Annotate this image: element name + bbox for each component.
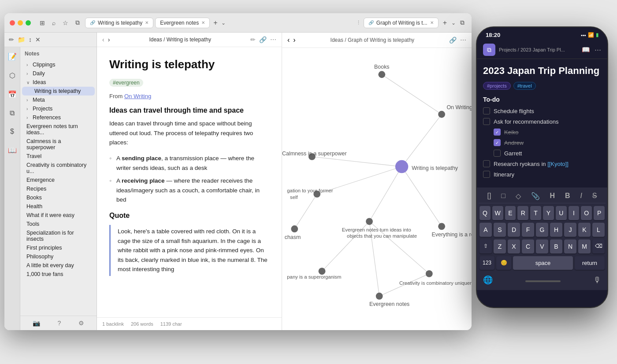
phone-globe-icon[interactable]: 🌐 <box>483 275 493 285</box>
key-A[interactable]: A <box>479 223 492 237</box>
checkbox-andrew[interactable]: ✓ <box>494 139 501 146</box>
kb-attach-icon[interactable]: 📎 <box>531 192 540 200</box>
phone-more-icon[interactable]: ⋯ <box>595 46 601 54</box>
sidebar-item-first-principles[interactable]: First principles <box>22 243 95 252</box>
sidebar-item-philosophy[interactable]: Philosophy <box>22 252 95 261</box>
tab-graph[interactable]: 🔗 Graph of Writing is t... ✕ <box>364 18 439 28</box>
key-C[interactable]: C <box>522 239 534 254</box>
add-tab-button[interactable]: + <box>212 19 219 27</box>
stack-icon[interactable]: ⧉ <box>8 107 16 119</box>
close-sidebar-icon[interactable]: ✕ <box>35 36 41 43</box>
notes-icon[interactable]: 📝 <box>6 51 19 63</box>
key-W[interactable]: W <box>492 206 503 220</box>
tag-badge[interactable]: #evergreen <box>109 79 143 87</box>
key-backspace[interactable]: ⌫ <box>592 239 605 254</box>
link-toolbar-icon[interactable]: 🔗 <box>259 36 267 43</box>
sidebar-item-ideas[interactable]: ∨ Ideas <box>22 78 95 87</box>
phone-tag-travel[interactable]: #travel <box>513 82 536 90</box>
key-shift[interactable]: ⇧ <box>479 239 492 254</box>
sidebar-item-creativity[interactable]: Creativity is combinatory u... <box>22 161 95 176</box>
key-return[interactable]: return <box>575 256 605 270</box>
split-view-icon[interactable]: ⧉ <box>458 18 466 27</box>
sidebar-item-calmness[interactable]: Calmness is a superpower <box>22 137 95 152</box>
phone-book-icon[interactable]: 📖 <box>582 46 590 54</box>
forward-button[interactable]: › <box>108 36 110 43</box>
key-Q[interactable]: Q <box>479 206 491 220</box>
key-T[interactable]: T <box>530 206 541 220</box>
checkbox-garrett[interactable] <box>494 150 501 157</box>
on-writing-link[interactable]: On Writing <box>124 93 151 99</box>
key-Y[interactable]: Y <box>543 206 554 220</box>
sidebar-item-writing-is-telepathy[interactable]: Writing is telepathy <box>22 87 95 96</box>
key-123[interactable]: 123 <box>479 256 494 270</box>
key-G[interactable]: G <box>536 223 548 237</box>
maximize-button[interactable] <box>26 20 31 26</box>
book-icon[interactable]: 📖 <box>6 144 19 156</box>
kb-strike-icon[interactable]: S <box>592 192 597 200</box>
key-M[interactable]: M <box>578 239 591 254</box>
checkbox-flights[interactable] <box>483 107 490 114</box>
folder-icon[interactable]: 📁 <box>18 36 25 43</box>
sidebar-item-what-if[interactable]: What if it were easy <box>22 211 95 220</box>
key-E[interactable]: E <box>505 206 516 220</box>
tab-close-icon[interactable]: ✕ <box>145 20 149 25</box>
kyoto-link[interactable]: [[Kyoto]] <box>547 161 569 167</box>
graph-tab-chevron-icon[interactable]: ⌄ <box>451 20 456 26</box>
kb-bracket-icon[interactable]: [] <box>487 192 491 200</box>
sidebar-item-references[interactable]: › References <box>22 113 95 122</box>
graph-more-toolbar-icon[interactable]: ⋯ <box>460 37 466 44</box>
kb-italic-icon[interactable]: I <box>580 192 582 200</box>
edit-icon[interactable]: ✏ <box>9 36 14 43</box>
calendar-icon[interactable]: 📅 <box>6 88 19 100</box>
graph-link-toolbar-icon[interactable]: 🔗 <box>449 37 457 44</box>
checkbox-recommendations[interactable] <box>483 118 490 125</box>
sidebar-item-tools[interactable]: Tools <box>22 220 95 228</box>
key-N[interactable]: N <box>564 239 576 254</box>
sidebar-item-health[interactable]: Health <box>22 202 95 211</box>
graph-icon[interactable]: ⬡ <box>7 70 17 81</box>
key-K[interactable]: K <box>578 223 591 237</box>
minimize-button[interactable] <box>18 20 23 26</box>
key-O[interactable]: O <box>581 206 592 220</box>
key-emoji[interactable]: 😊 <box>496 256 511 270</box>
key-I[interactable]: I <box>569 206 580 220</box>
sidebar-item-recipes[interactable]: Recipes <box>22 184 95 193</box>
layout-icon[interactable]: ⧉ <box>74 18 82 27</box>
key-S[interactable]: S <box>494 223 506 237</box>
checkbox-itinerary[interactable] <box>483 171 490 178</box>
sidebar-item-emergence[interactable]: Emergence <box>22 176 95 184</box>
help-icon[interactable]: ? <box>58 320 61 327</box>
checkbox-keiko[interactable]: ✓ <box>494 129 501 136</box>
key-J[interactable]: J <box>564 223 576 237</box>
sidebar-item-evergreen-turn[interactable]: Evergreen notes turn ideas... <box>22 122 95 137</box>
graph-tab-close-icon[interactable]: ✕ <box>430 20 434 25</box>
tab-writing-is-telepathy[interactable]: 🔗 Writing is telepathy ✕ <box>85 18 153 28</box>
sidebar-item-specialization[interactable]: Specialization is for insects <box>22 228 95 243</box>
key-H[interactable]: H <box>550 223 562 237</box>
key-V[interactable]: V <box>536 239 548 254</box>
phone-mic-icon[interactable]: 🎙 <box>593 276 601 285</box>
key-Z[interactable]: Z <box>494 239 506 254</box>
kb-file-icon[interactable]: □ <box>501 192 505 200</box>
sidebar-item-daily[interactable]: › Daily <box>22 69 95 78</box>
back-button[interactable]: ‹ <box>102 36 104 43</box>
camera-icon[interactable]: 📷 <box>33 320 40 327</box>
more-toolbar-icon[interactable]: ⋯ <box>270 36 276 43</box>
kb-heading-icon[interactable]: H <box>550 192 555 200</box>
sidebar-item-little-bit[interactable]: A little bit every day <box>22 261 95 270</box>
tab-close-icon[interactable]: ✕ <box>201 20 205 25</box>
graph-add-tab-button[interactable]: + <box>441 19 449 27</box>
sidebar-toggle-icon[interactable]: ⊞ <box>38 18 47 27</box>
bookmark-icon[interactable]: ☆ <box>61 18 70 27</box>
phone-tag-projects[interactable]: #projects <box>483 82 511 90</box>
sidebar-item-meta[interactable]: › Meta <box>22 96 95 104</box>
key-L[interactable]: L <box>592 223 605 237</box>
graph-forward-button[interactable]: › <box>293 36 295 44</box>
key-X[interactable]: X <box>508 239 520 254</box>
sidebar-item-clippings[interactable]: › Clippings <box>22 60 95 69</box>
key-R[interactable]: R <box>517 206 528 220</box>
sidebar-item-1000-fans[interactable]: 1,000 true fans <box>22 270 95 279</box>
sidebar-item-projects[interactable]: › Projects <box>22 104 95 113</box>
key-P[interactable]: P <box>594 206 605 220</box>
key-D[interactable]: D <box>508 223 520 237</box>
